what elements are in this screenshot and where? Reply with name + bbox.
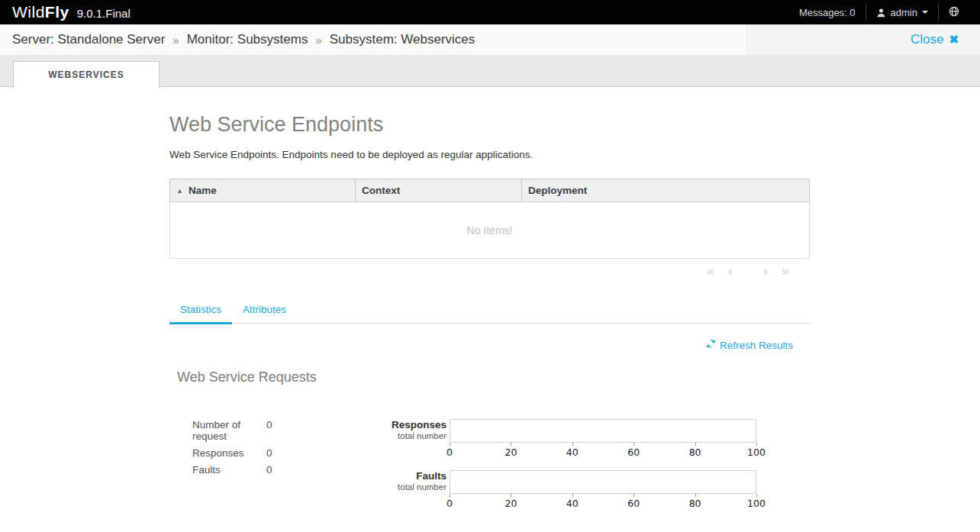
tick-label: 80 [689, 447, 701, 458]
tick-mark [756, 443, 757, 446]
pager-last-button[interactable]: » [775, 263, 796, 279]
tick-mark [450, 494, 450, 497]
stat-value: 0 [266, 447, 272, 459]
stat-label: Number of request [192, 419, 276, 442]
stat-row-responses: Responses 0 [192, 447, 366, 459]
charts: Responses total number 0 20 40 [385, 419, 756, 521]
refresh-label: Refresh Results [720, 340, 793, 351]
chart-title: Faults [385, 470, 446, 482]
tick-label: 100 [747, 447, 766, 458]
close-label: Close [911, 32, 943, 47]
chart-plot-area: 0 20 40 60 80 100 [450, 470, 756, 511]
tick-mark [633, 494, 634, 497]
breadcrumb-monitor[interactable]: Monitor: Subsystems [187, 32, 308, 47]
sort-asc-icon: ▲ [176, 187, 183, 195]
section-title: Web Service Requests [177, 369, 810, 385]
chart-x-axis: 0 20 40 60 80 100 [450, 494, 756, 511]
tick-mark [695, 443, 696, 446]
main-content: Web Service Endpoints Web Service Endpoi… [0, 113, 810, 521]
tick-label: 80 [689, 498, 701, 509]
stat-value: 0 [266, 419, 272, 442]
tick-mark [572, 443, 573, 446]
tab-statistics[interactable]: Statistics [169, 298, 232, 324]
logo-wild: Wild [12, 3, 45, 21]
breadcrumb-subsystem[interactable]: Subsystem: Webservices [330, 32, 475, 47]
empty-table-message: No Items! [170, 202, 810, 259]
pager-first-button[interactable]: « [700, 263, 721, 279]
tab-strip: WEBSERVICES [0, 55, 980, 87]
tick-mark [511, 494, 511, 497]
breadcrumb-bar: Server: Standalone Server » Monitor: Sub… [0, 24, 980, 55]
pager-prev-button[interactable]: ‹ [721, 263, 740, 279]
refresh-results-button[interactable]: Refresh Results [706, 339, 793, 351]
table-pager: « ‹ › » [169, 263, 810, 279]
chart-axis-label: total number [385, 431, 446, 440]
tick-label: 0 [446, 498, 453, 509]
messages-link[interactable]: Messages: 0 [789, 0, 866, 24]
tick-label: 20 [505, 498, 517, 509]
responses-chart: Responses total number 0 20 40 [385, 419, 756, 459]
chart-x-axis: 0 20 40 60 80 100 [450, 443, 756, 459]
chart-label-block: Faults total number [385, 470, 450, 511]
tick-label: 100 [747, 498, 766, 509]
stat-value: 0 [266, 464, 272, 476]
close-button[interactable]: Close ✖ [911, 32, 980, 47]
stats-list: Number of request 0 Responses 0 Faults 0 [192, 419, 366, 521]
chart-label-block: Responses total number [385, 419, 450, 459]
breadcrumb: Server: Standalone Server » Monitor: Sub… [0, 32, 475, 47]
page-description: Web Service Endpoints. Endpoints need to… [169, 149, 810, 160]
refresh-icon [706, 339, 716, 351]
tick-label: 0 [446, 447, 453, 458]
wildfly-logo: WildFly 9.0.1.Final [12, 3, 131, 21]
pager-next-button[interactable]: › [756, 263, 775, 279]
tick-mark [756, 494, 757, 497]
column-header-name[interactable]: ▲Name [170, 179, 356, 202]
globe-icon [949, 6, 959, 19]
user-menu[interactable]: admin [866, 0, 938, 24]
column-header-deployment[interactable]: Deployment [521, 179, 809, 202]
tools-button[interactable] [939, 0, 969, 24]
requests-panel: Number of request 0 Responses 0 Faults 0… [169, 419, 810, 521]
tab-webservices[interactable]: WEBSERVICES [13, 61, 160, 88]
chart-title: Responses [385, 419, 446, 430]
tick-mark [572, 494, 573, 497]
user-name: admin [891, 7, 917, 18]
tick-label: 40 [566, 447, 579, 458]
refresh-row: Refresh Results [169, 339, 810, 351]
column-header-context[interactable]: Context [356, 179, 522, 202]
tab-attributes[interactable]: Attributes [232, 298, 297, 323]
faults-chart: Faults total number 0 20 40 [385, 470, 756, 511]
chart-plot-area: 0 20 40 60 80 100 [450, 419, 756, 459]
breadcrumb-separator: » [315, 34, 321, 47]
chart-canvas [450, 470, 756, 494]
stat-row-faults: Faults 0 [192, 464, 366, 476]
stat-row-number-of-request: Number of request 0 [192, 419, 366, 442]
tick-label: 60 [627, 447, 640, 458]
close-icon: ✖ [949, 33, 959, 47]
endpoints-table: ▲Name Context Deployment No Items! [169, 179, 810, 259]
stat-label: Responses [192, 447, 266, 459]
logo-fly: Fly [45, 3, 69, 21]
tick-mark [633, 443, 634, 446]
tick-label: 40 [566, 498, 579, 509]
top-bar-right: Messages: 0 admin [789, 0, 969, 24]
tick-mark [450, 443, 450, 446]
tick-label: 20 [505, 447, 517, 458]
chart-canvas [450, 419, 756, 443]
chart-axis-label: total number [385, 482, 446, 492]
detail-tabs: Statistics Attributes [169, 298, 810, 324]
tick-mark [511, 443, 511, 446]
breadcrumb-separator: » [172, 34, 179, 47]
breadcrumb-server[interactable]: Server: Standalone Server [12, 32, 165, 47]
page-title: Web Service Endpoints [169, 113, 810, 137]
user-icon [876, 8, 886, 18]
stat-label: Faults [192, 464, 266, 476]
top-bar: WildFly 9.0.1.Final Messages: 0 admin [0, 0, 980, 24]
chevron-down-icon [922, 11, 928, 14]
version-label: 9.0.1.Final [77, 7, 131, 20]
tick-label: 60 [627, 498, 640, 509]
tick-mark [695, 494, 696, 497]
